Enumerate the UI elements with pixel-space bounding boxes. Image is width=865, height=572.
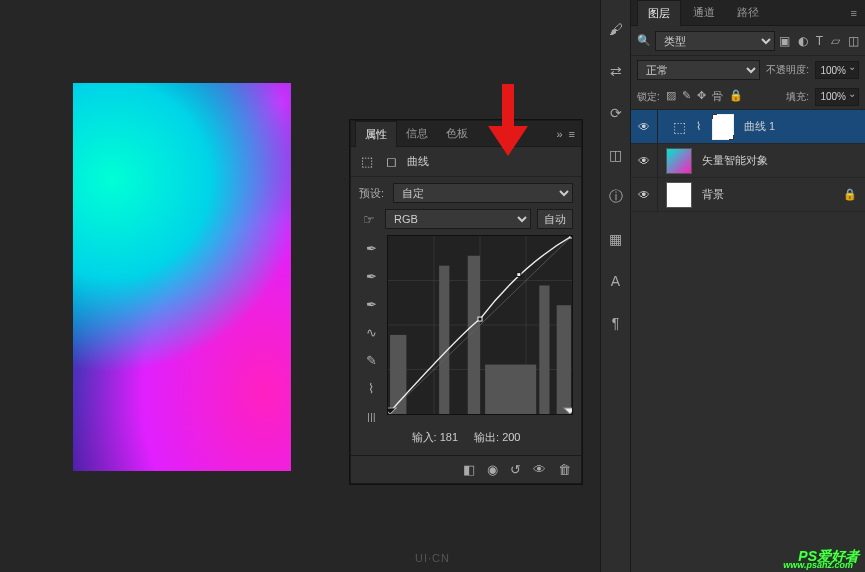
input-label: 输入: — [412, 431, 437, 443]
artwork-gradient — [73, 83, 291, 471]
mask-thumb-icon: ◻ — [383, 154, 399, 170]
curves-io-row: 输入: 181 输出: 200 — [359, 425, 573, 449]
svg-rect-10 — [539, 285, 549, 414]
type-a-icon[interactable]: A — [607, 272, 625, 290]
layer-name[interactable]: 曲线 1 — [744, 119, 861, 134]
lock-position-icon[interactable]: ✥ — [697, 89, 706, 104]
paragraph-icon[interactable]: ¶ — [607, 314, 625, 332]
lock-artboard-icon[interactable]: ⾻ — [712, 89, 723, 104]
lock-all-icon[interactable]: 🔒 — [729, 89, 743, 104]
collapse-icon[interactable]: » — [556, 128, 562, 140]
curves-thumb-icon: ⬚ — [359, 154, 375, 170]
svg-rect-14 — [478, 317, 482, 321]
annotation-arrow — [488, 84, 528, 156]
curves-tools: ✒ ✒ ✒ ∿ ✎ ⌇ ⫼ — [359, 235, 383, 425]
panel-menu-icon[interactable]: ≡ — [569, 128, 575, 140]
lock-label: 锁定: — [637, 90, 660, 104]
svg-rect-15 — [517, 273, 521, 277]
blend-mode-select[interactable]: 正常 — [637, 60, 760, 80]
target-adjust-icon[interactable]: ☞ — [359, 212, 379, 227]
layer-name[interactable]: 矢量智能对象 — [702, 153, 861, 168]
svg-rect-11 — [557, 305, 571, 414]
opacity-input[interactable] — [815, 61, 859, 79]
lock-row: 锁定: ▨ ✎ ✥ ⾻ 🔒 填充: — [631, 84, 865, 110]
svg-rect-16 — [570, 236, 572, 238]
lock-pixels-icon[interactable]: ▨ — [666, 89, 676, 104]
eyedropper-white-icon[interactable]: ✒ — [362, 295, 380, 313]
eyedropper-gray-icon[interactable]: ✒ — [362, 267, 380, 285]
layer-row-smartobject[interactable]: 👁 矢量智能对象 — [631, 144, 865, 178]
input-value[interactable]: 181 — [440, 431, 458, 443]
visibility-eye-icon[interactable]: 👁 — [635, 188, 653, 202]
visibility-eye-icon[interactable]: 👁 — [635, 154, 653, 168]
layers-list: 👁 ⬚ ⌇ 曲线 1 👁 矢量智能对象 👁 背景 🔒 — [631, 110, 865, 492]
curve-edit-icon[interactable]: ∿ — [362, 323, 380, 341]
delete-icon[interactable]: 🗑 — [558, 462, 571, 477]
svg-rect-9 — [485, 365, 536, 414]
tab-layers[interactable]: 图层 — [637, 0, 681, 26]
properties-panel: 属性 信息 色板 » ≡ ⬚ ◻ 曲线 预设: 自定 ☞ RGB 自动 ✒ ✒ … — [350, 120, 582, 484]
layer-name[interactable]: 背景 — [702, 187, 839, 202]
watermark-psahz: PS爱好者 www.psahz.com — [798, 548, 859, 566]
layer-row-background[interactable]: 👁 背景 🔒 — [631, 178, 865, 212]
reset-icon[interactable]: ↺ — [510, 462, 521, 477]
info-icon[interactable]: ⓘ — [607, 188, 625, 206]
svg-rect-7 — [439, 266, 449, 414]
tab-swatches[interactable]: 色板 — [437, 121, 477, 146]
tab-info[interactable]: 信息 — [397, 121, 437, 146]
fill-label: 填充: — [786, 90, 809, 104]
layer-filter-row: 🔍 类型 ▣ ◐ T ▱ ◫ — [631, 26, 865, 56]
collapsed-panel-strip: 🖌 ⇄ ⟳ ◫ ⓘ ▦ A ¶ — [600, 0, 630, 572]
filter-adjust-icon[interactable]: ◐ — [798, 34, 808, 48]
curves-adjustment-icon: ⬚ — [666, 114, 692, 140]
properties-tabs: 属性 信息 色板 » ≡ — [351, 121, 581, 147]
eyedropper-black-icon[interactable]: ✒ — [362, 239, 380, 257]
fill-input[interactable] — [815, 88, 859, 106]
tab-channels[interactable]: 通道 — [683, 0, 725, 25]
auto-button[interactable]: 自动 — [537, 209, 573, 229]
layers-empty-area[interactable] — [631, 212, 865, 492]
tab-paths[interactable]: 路径 — [727, 0, 769, 25]
sliders-icon[interactable]: ⇄ — [607, 62, 625, 80]
filter-pixel-icon[interactable]: ▣ — [779, 34, 790, 48]
panel-menu-icon[interactable]: ≡ — [843, 7, 865, 19]
layers-panel: 图层 通道 路径 ≡ 🔍 类型 ▣ ◐ T ▱ ◫ 正常 不透明度: 锁定: ▨… — [630, 0, 865, 572]
lock-brush-icon[interactable]: ✎ — [682, 89, 691, 104]
preset-select[interactable]: 自定 — [393, 183, 573, 203]
output-label: 输出: — [474, 431, 499, 443]
brush-icon[interactable]: 🖌 — [607, 20, 625, 38]
smooth-icon[interactable]: ⌇ — [362, 379, 380, 397]
layer-mask-thumb[interactable] — [712, 114, 734, 140]
lock-icon: 🔒 — [843, 188, 857, 201]
layer-thumb[interactable] — [666, 182, 692, 208]
filter-shape-icon[interactable]: ▱ — [831, 34, 840, 48]
output-value[interactable]: 200 — [502, 431, 520, 443]
channel-select[interactable]: RGB — [385, 209, 531, 229]
properties-footer: ◧ ◉ ↺ 👁 🗑 — [351, 455, 581, 483]
view-previous-icon[interactable]: ◉ — [487, 462, 498, 477]
grid-icon[interactable]: ▦ — [607, 230, 625, 248]
pencil-icon[interactable]: ✎ — [362, 351, 380, 369]
search-icon: 🔍 — [637, 34, 651, 48]
history-icon[interactable]: ⟳ — [607, 104, 625, 122]
watermark-uicn: UI·CN — [415, 552, 450, 564]
filter-type-select[interactable]: 类型 — [655, 31, 775, 51]
histogram-icon[interactable]: ⫼ — [362, 407, 380, 425]
blend-mode-row: 正常 不透明度: — [631, 56, 865, 84]
visibility-eye-icon[interactable]: 👁 — [635, 120, 653, 134]
cube-icon[interactable]: ◫ — [607, 146, 625, 164]
clip-to-layer-icon[interactable]: ◧ — [463, 462, 475, 477]
curves-graph[interactable] — [387, 235, 573, 415]
layer-row-curves[interactable]: 👁 ⬚ ⌇ 曲线 1 — [631, 110, 865, 144]
svg-marker-19 — [488, 84, 528, 156]
link-icon[interactable]: ⌇ — [696, 120, 708, 133]
filter-smart-icon[interactable]: ◫ — [848, 34, 859, 48]
properties-header: ⬚ ◻ 曲线 — [351, 147, 581, 177]
adjustment-title: 曲线 — [407, 154, 429, 169]
preset-label: 预设: — [359, 186, 387, 201]
filter-type-icon[interactable]: T — [816, 34, 823, 48]
tab-properties[interactable]: 属性 — [355, 121, 397, 147]
layers-panel-tabs: 图层 通道 路径 ≡ — [631, 0, 865, 26]
layer-thumb[interactable] — [666, 148, 692, 174]
toggle-visibility-icon[interactable]: 👁 — [533, 462, 546, 477]
